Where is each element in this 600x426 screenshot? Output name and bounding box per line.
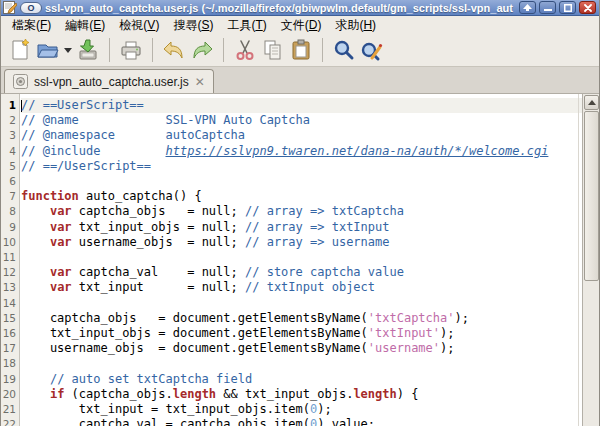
menu-item-view[interactable]: 檢視(V) [112, 16, 166, 35]
tab-bar: ssl-vpn_auto_captcha.user.js ✕ [1, 67, 599, 94]
open-dropdown-icon[interactable] [64, 48, 72, 53]
line-number: 22 [1, 417, 19, 426]
menu-bar: 檔案(F)編輯(E)檢視(V)搜尋(S)工具(T)文件(D)求助(H) [1, 17, 599, 34]
window-menu-pill[interactable]: O [20, 2, 42, 14]
code-line-7[interactable]: function auto_captcha() { [21, 189, 582, 204]
gedit-app-icon [3, 1, 17, 14]
find-replace-icon [360, 38, 384, 62]
line-number: 4 [1, 144, 19, 159]
scroll-up-button[interactable] [584, 95, 599, 110]
line-number: 12 [1, 265, 19, 280]
print-icon [119, 38, 143, 62]
line-number: 10 [1, 235, 19, 250]
code-line-1[interactable]: // ==UserScript== [21, 98, 582, 113]
window-title: ssl-vpn_auto_captcha.user.js (~/.mozilla… [45, 2, 516, 14]
line-number: 7 [1, 189, 19, 204]
code-line-12[interactable]: var captcha_val = null; // store captcha… [21, 265, 582, 280]
code-line-17[interactable]: username_objs = document.getElementsByNa… [21, 341, 582, 356]
find-replace-button[interactable] [358, 36, 386, 64]
code-line-2[interactable]: // @name SSL-VPN Auto Captcha [21, 113, 582, 128]
code-lines[interactable]: // ==UserScript==// @name SSL-VPN Auto C… [21, 94, 582, 426]
paste-button[interactable] [287, 36, 315, 64]
print-button[interactable] [117, 36, 145, 64]
code-line-8[interactable]: var captcha_objs = null; // array => txt… [21, 204, 582, 219]
line-number: 5 [1, 159, 19, 174]
line-number: 9 [1, 220, 19, 235]
vertical-scrollbar[interactable] [582, 94, 599, 426]
code-line-14[interactable] [21, 296, 582, 311]
copy-button[interactable] [259, 36, 287, 64]
editor-window: O ssl-vpn_auto_captcha.user.js (~/.mozil… [0, 0, 600, 426]
maximize-button[interactable] [559, 1, 576, 14]
new-document-icon [8, 38, 32, 62]
menu-item-file[interactable]: 檔案(F) [5, 16, 58, 35]
right-margin-line [578, 94, 579, 426]
cut-icon [233, 38, 257, 62]
line-number: 11 [1, 250, 19, 265]
scroll-up-icon [588, 100, 596, 105]
cut-button[interactable] [231, 36, 259, 64]
line-number: 6 [1, 174, 19, 189]
save-icon [76, 38, 100, 62]
code-line-22[interactable]: captcha_val = captcha_objs.item(0).value… [21, 417, 582, 426]
code-line-13[interactable]: var txt_input = null; // txtInput object [21, 280, 582, 295]
scrollbar-thumb[interactable] [584, 111, 599, 281]
code-line-15[interactable]: captcha_objs = document.getElementsByNam… [21, 311, 582, 326]
code-editor[interactable]: 12345678910111213141516171819202122 // =… [1, 94, 599, 426]
minimize-button[interactable] [539, 1, 556, 14]
toolbar-separator [152, 38, 153, 62]
document-icon [13, 74, 28, 89]
tab-ssl-vpn-auto-captcha[interactable]: ssl-vpn_auto_captcha.user.js ✕ [4, 69, 214, 93]
menu-item-edit[interactable]: 編輯(E) [58, 16, 112, 35]
menu-item-search[interactable]: 搜尋(S) [166, 16, 220, 35]
redo-button[interactable] [188, 36, 216, 64]
code-line-3[interactable]: // @namespace autoCaptcha [21, 128, 582, 143]
menu-item-tools[interactable]: 工具(T) [220, 16, 273, 35]
code-line-18[interactable] [21, 356, 582, 371]
line-number-gutter: 12345678910111213141516171819202122 [1, 94, 20, 426]
menu-item-documents[interactable]: 文件(D) [274, 16, 329, 35]
redo-icon [190, 38, 214, 62]
line-number: 15 [1, 311, 19, 326]
title-bar[interactable]: O ssl-vpn_auto_captcha.user.js (~/.mozil… [1, 0, 599, 16]
line-number: 1 [1, 98, 19, 113]
code-line-20[interactable]: if (captcha_objs.length && txt_input_obj… [21, 387, 582, 402]
line-number: 14 [1, 296, 19, 311]
toolbar-separator [223, 38, 224, 62]
code-line-19[interactable]: // auto set txtCaptcha field [21, 372, 582, 387]
line-number: 17 [1, 341, 19, 356]
code-line-5[interactable]: // ==/UserScript== [21, 159, 582, 174]
find-icon [332, 38, 356, 62]
undo-button[interactable] [160, 36, 188, 64]
tab-close-icon[interactable]: ✕ [195, 76, 205, 88]
code-line-6[interactable] [21, 174, 582, 189]
open-button[interactable] [34, 36, 74, 64]
open-folder-icon [36, 38, 60, 62]
line-number: 21 [1, 402, 19, 417]
minimize-icon [544, 4, 552, 11]
code-line-9[interactable]: var txt_input_objs = null; // array => t… [21, 220, 582, 235]
code-line-11[interactable] [21, 250, 582, 265]
close-button[interactable] [579, 1, 596, 14]
line-number: 20 [1, 387, 19, 402]
code-line-4[interactable]: // @include https://sslvpn9.twaren.net/d… [21, 144, 582, 159]
code-line-16[interactable]: txt_input_objs = document.getElementsByN… [21, 326, 582, 341]
undo-icon [162, 38, 186, 62]
line-number: 16 [1, 326, 19, 341]
menu-item-help[interactable]: 求助(H) [328, 16, 383, 35]
paste-icon [289, 38, 313, 62]
tab-filename: ssl-vpn_auto_captcha.user.js [34, 75, 189, 89]
save-button[interactable] [74, 36, 102, 64]
new-document-button[interactable] [6, 36, 34, 64]
maximize-icon [564, 4, 572, 12]
line-number: 19 [1, 372, 19, 387]
shade-button[interactable] [519, 1, 536, 14]
copy-icon [261, 38, 285, 62]
line-number: 13 [1, 280, 19, 295]
line-number: 18 [1, 356, 19, 371]
code-line-10[interactable]: var username_objs = null; // array => us… [21, 235, 582, 250]
find-button[interactable] [330, 36, 358, 64]
toolbar-separator [109, 38, 110, 62]
line-number: 3 [1, 128, 19, 143]
code-line-21[interactable]: txt_input = txt_input_objs.item(0); [21, 402, 582, 417]
